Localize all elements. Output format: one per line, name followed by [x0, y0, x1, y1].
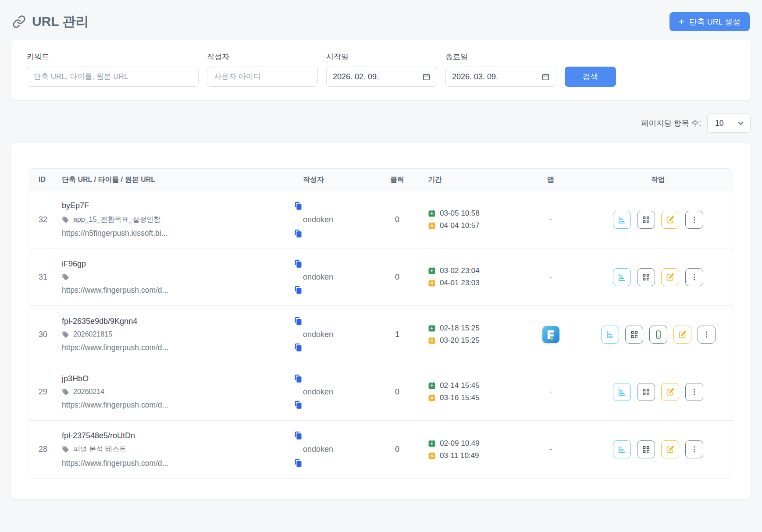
title-tag-text: 퍼널 분석 테스트: [73, 445, 126, 454]
stats-button[interactable]: [601, 326, 619, 344]
edit-button[interactable]: [661, 440, 679, 458]
copy-original-url-button[interactable]: [293, 285, 303, 295]
start-date-input[interactable]: 2026. 02. 09.: [326, 67, 437, 87]
keyword-label: 키워드: [27, 52, 199, 62]
author-input[interactable]: [207, 67, 318, 87]
period-end-text: 03-11 10:49: [440, 451, 479, 460]
actions-cell: [584, 383, 733, 401]
period-cell: 02-18 15:25 03-20 15:25: [417, 324, 518, 345]
copy-short-url-button[interactable]: [293, 259, 303, 269]
tag-icon: [62, 446, 69, 453]
clicks-cell: 1: [377, 330, 417, 339]
row-id: 28: [29, 445, 57, 454]
url-cell: iF96gp https://www.fingerpush.com/d...: [57, 259, 303, 295]
calendar-end-icon: [428, 452, 436, 460]
clicks-cell: 0: [377, 273, 417, 282]
author-cell: ondoken: [303, 273, 377, 282]
qr-code-button[interactable]: [625, 326, 643, 344]
calendar-picker-icon[interactable]: [422, 73, 431, 81]
table-row: 28 fpl-237548e5/roUtDn 퍼널 분석 테스트 https:/…: [29, 421, 733, 478]
stats-button[interactable]: [613, 440, 631, 458]
calendar-end-icon: [428, 337, 436, 344]
period-start-text: 02-14 15:45: [440, 381, 480, 390]
per-page-select[interactable]: 10: [707, 113, 751, 133]
copy-short-url-button[interactable]: [293, 374, 303, 383]
copy-original-url-button[interactable]: [293, 343, 303, 352]
row-id: 32: [29, 215, 57, 224]
create-short-url-label: 단축 URL 생성: [689, 17, 741, 27]
qr-code-button[interactable]: [637, 211, 655, 229]
period-end-text: 03-16 15:45: [440, 394, 480, 402]
tag-icon: [62, 388, 69, 396]
copy-original-url-button[interactable]: [293, 400, 303, 410]
more-actions-button[interactable]: [698, 326, 716, 344]
calendar-end-icon: [428, 279, 436, 287]
create-short-url-button[interactable]: + 단축 URL 생성: [669, 12, 750, 31]
qr-code-button[interactable]: [637, 440, 655, 458]
period-start-text: 02-18 15:25: [440, 324, 480, 333]
title-tag-text: app_15_전환목표_설정안함: [73, 215, 160, 224]
header-id: ID: [29, 176, 57, 184]
keyword-input[interactable]: [27, 67, 199, 87]
per-page-row: 페이지당 항목 수: 10: [11, 113, 751, 133]
period-start-text: 03-05 10:58: [440, 209, 480, 218]
calendar-picker-icon[interactable]: [541, 73, 550, 81]
per-page-label: 페이지당 항목 수:: [641, 118, 701, 128]
period-cell: 02-14 15:45 03-16 15:45: [417, 381, 518, 402]
period-start-text: 03-02 23:04: [440, 266, 480, 275]
author-cell: ondoken: [303, 387, 377, 397]
edit-button[interactable]: [673, 326, 691, 344]
edit-button[interactable]: [661, 383, 679, 401]
per-page-value: 10: [715, 119, 723, 128]
copy-original-url-button[interactable]: [293, 458, 303, 468]
clicks-cell: 0: [377, 445, 417, 454]
header-app: 앱: [518, 175, 584, 184]
start-date-value: 2026. 02. 09.: [333, 72, 379, 82]
original-url-text: https://www.fingerpush.com/d...: [62, 459, 168, 468]
qr-code-button[interactable]: [637, 383, 655, 401]
more-actions-button[interactable]: [685, 211, 703, 229]
tag-icon: [62, 216, 69, 223]
search-button[interactable]: 검색: [565, 67, 616, 87]
original-url-text: https://n5fingerpush.kissoft.bi...: [62, 229, 167, 238]
copy-short-url-button[interactable]: [293, 201, 303, 211]
end-date-label: 종료일: [445, 52, 556, 62]
copy-short-url-button[interactable]: [293, 431, 303, 440]
header-actions: 작업: [584, 175, 733, 184]
link-icon: [12, 15, 26, 28]
url-table: ID 단축 URL / 타이틀 / 원본 URL 작성자 클릭 기간 앱 작업 …: [29, 168, 733, 479]
app-cell: -: [518, 445, 584, 454]
clicks-cell: 0: [377, 215, 417, 224]
stats-button[interactable]: [613, 268, 631, 286]
calendar-start-icon: [428, 324, 436, 332]
short-url-text: fpl-2635e9db/9Kgnn4: [62, 317, 137, 326]
page-title-text: URL 관리: [32, 13, 89, 31]
copy-short-url-button[interactable]: [293, 316, 303, 326]
qr-code-button[interactable]: [637, 268, 655, 286]
copy-original-url-button[interactable]: [293, 229, 303, 238]
actions-cell: [584, 326, 733, 344]
short-url-text: iF96gp: [62, 259, 86, 269]
actions-cell: [584, 440, 733, 458]
calendar-end-icon: [428, 222, 436, 230]
app-cell: -: [518, 215, 584, 224]
keyword-field-group: 키워드: [27, 52, 199, 87]
more-actions-button[interactable]: [685, 440, 703, 458]
mobile-preview-button[interactable]: [649, 326, 667, 344]
stats-button[interactable]: [613, 211, 631, 229]
page-title: URL 관리: [12, 13, 89, 31]
period-end-text: 04-01 23:03: [440, 279, 480, 287]
url-table-card: ID 단축 URL / 타이틀 / 원본 URL 작성자 클릭 기간 앱 작업 …: [11, 142, 751, 499]
table-row: 29 jp3HbO 20260214 https://www.fingerpus…: [29, 363, 733, 421]
end-date-input[interactable]: 2026. 03. 09.: [445, 67, 556, 87]
row-id: 31: [29, 273, 57, 282]
edit-button[interactable]: [661, 211, 679, 229]
more-actions-button[interactable]: [685, 268, 703, 286]
edit-button[interactable]: [661, 268, 679, 286]
actions-cell: [584, 268, 733, 286]
table-row: 32 byEp7F app_15_전환목표_설정안함 https://n5fin…: [29, 191, 733, 248]
plus-icon: +: [679, 17, 684, 27]
header-url: 단축 URL / 타이틀 / 원본 URL: [57, 175, 303, 184]
more-actions-button[interactable]: [685, 383, 703, 401]
stats-button[interactable]: [613, 383, 631, 401]
